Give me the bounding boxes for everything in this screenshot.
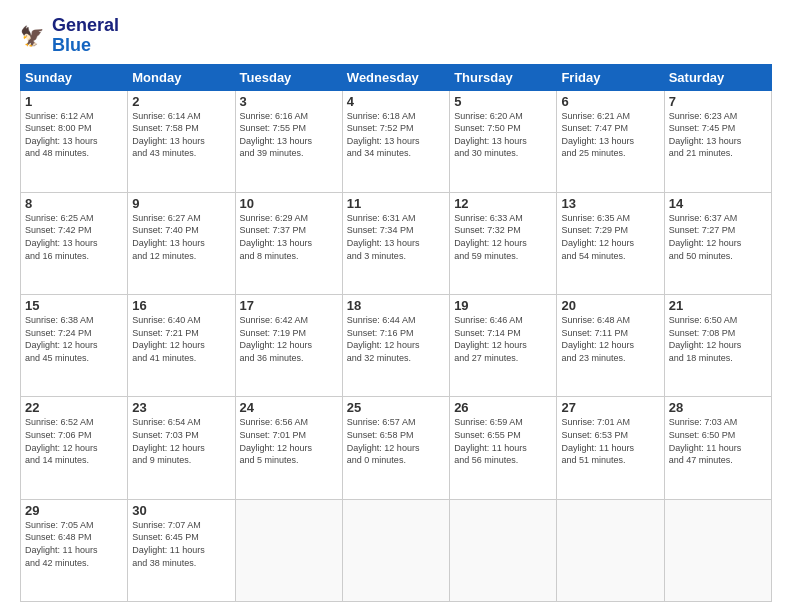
day-number: 18	[347, 298, 445, 313]
calendar-cell: 22Sunrise: 6:52 AM Sunset: 7:06 PM Dayli…	[21, 397, 128, 499]
day-number: 13	[561, 196, 659, 211]
calendar-week-4: 22Sunrise: 6:52 AM Sunset: 7:06 PM Dayli…	[21, 397, 772, 499]
calendar-cell: 17Sunrise: 6:42 AM Sunset: 7:19 PM Dayli…	[235, 295, 342, 397]
day-number: 15	[25, 298, 123, 313]
day-detail: Sunrise: 6:14 AM Sunset: 7:58 PM Dayligh…	[132, 110, 230, 160]
day-detail: Sunrise: 6:44 AM Sunset: 7:16 PM Dayligh…	[347, 314, 445, 364]
calendar-cell: 2Sunrise: 6:14 AM Sunset: 7:58 PM Daylig…	[128, 90, 235, 192]
calendar-cell	[342, 499, 449, 601]
day-number: 12	[454, 196, 552, 211]
day-number: 4	[347, 94, 445, 109]
calendar-cell: 25Sunrise: 6:57 AM Sunset: 6:58 PM Dayli…	[342, 397, 449, 499]
calendar-cell: 5Sunrise: 6:20 AM Sunset: 7:50 PM Daylig…	[450, 90, 557, 192]
calendar-cell: 16Sunrise: 6:40 AM Sunset: 7:21 PM Dayli…	[128, 295, 235, 397]
calendar-cell: 21Sunrise: 6:50 AM Sunset: 7:08 PM Dayli…	[664, 295, 771, 397]
day-number: 29	[25, 503, 123, 518]
calendar-cell: 19Sunrise: 6:46 AM Sunset: 7:14 PM Dayli…	[450, 295, 557, 397]
calendar-cell: 28Sunrise: 7:03 AM Sunset: 6:50 PM Dayli…	[664, 397, 771, 499]
day-number: 10	[240, 196, 338, 211]
day-number: 25	[347, 400, 445, 415]
day-number: 30	[132, 503, 230, 518]
col-header-monday: Monday	[128, 64, 235, 90]
day-detail: Sunrise: 6:33 AM Sunset: 7:32 PM Dayligh…	[454, 212, 552, 262]
day-detail: Sunrise: 6:16 AM Sunset: 7:55 PM Dayligh…	[240, 110, 338, 160]
calendar-cell: 4Sunrise: 6:18 AM Sunset: 7:52 PM Daylig…	[342, 90, 449, 192]
calendar-cell: 30Sunrise: 7:07 AM Sunset: 6:45 PM Dayli…	[128, 499, 235, 601]
calendar-cell: 18Sunrise: 6:44 AM Sunset: 7:16 PM Dayli…	[342, 295, 449, 397]
day-number: 14	[669, 196, 767, 211]
svg-text:🦅: 🦅	[20, 24, 45, 48]
day-number: 2	[132, 94, 230, 109]
day-number: 7	[669, 94, 767, 109]
day-detail: Sunrise: 6:27 AM Sunset: 7:40 PM Dayligh…	[132, 212, 230, 262]
calendar-cell: 9Sunrise: 6:27 AM Sunset: 7:40 PM Daylig…	[128, 192, 235, 294]
header-row: SundayMondayTuesdayWednesdayThursdayFrid…	[21, 64, 772, 90]
day-detail: Sunrise: 6:21 AM Sunset: 7:47 PM Dayligh…	[561, 110, 659, 160]
logo: 🦅 GeneralBlue	[20, 16, 119, 56]
day-detail: Sunrise: 6:25 AM Sunset: 7:42 PM Dayligh…	[25, 212, 123, 262]
calendar-cell: 13Sunrise: 6:35 AM Sunset: 7:29 PM Dayli…	[557, 192, 664, 294]
day-detail: Sunrise: 7:05 AM Sunset: 6:48 PM Dayligh…	[25, 519, 123, 569]
col-header-thursday: Thursday	[450, 64, 557, 90]
calendar-cell: 7Sunrise: 6:23 AM Sunset: 7:45 PM Daylig…	[664, 90, 771, 192]
day-detail: Sunrise: 6:56 AM Sunset: 7:01 PM Dayligh…	[240, 416, 338, 466]
logo-icon: 🦅	[20, 22, 48, 50]
day-detail: Sunrise: 6:57 AM Sunset: 6:58 PM Dayligh…	[347, 416, 445, 466]
day-number: 19	[454, 298, 552, 313]
day-detail: Sunrise: 6:18 AM Sunset: 7:52 PM Dayligh…	[347, 110, 445, 160]
calendar-cell: 3Sunrise: 6:16 AM Sunset: 7:55 PM Daylig…	[235, 90, 342, 192]
day-number: 20	[561, 298, 659, 313]
calendar-cell: 29Sunrise: 7:05 AM Sunset: 6:48 PM Dayli…	[21, 499, 128, 601]
day-number: 22	[25, 400, 123, 415]
day-number: 6	[561, 94, 659, 109]
day-number: 9	[132, 196, 230, 211]
day-number: 26	[454, 400, 552, 415]
col-header-wednesday: Wednesday	[342, 64, 449, 90]
header: 🦅 GeneralBlue	[20, 16, 772, 56]
calendar-cell: 12Sunrise: 6:33 AM Sunset: 7:32 PM Dayli…	[450, 192, 557, 294]
calendar-cell: 6Sunrise: 6:21 AM Sunset: 7:47 PM Daylig…	[557, 90, 664, 192]
calendar-week-3: 15Sunrise: 6:38 AM Sunset: 7:24 PM Dayli…	[21, 295, 772, 397]
calendar-cell	[450, 499, 557, 601]
calendar-cell: 26Sunrise: 6:59 AM Sunset: 6:55 PM Dayli…	[450, 397, 557, 499]
calendar-table: SundayMondayTuesdayWednesdayThursdayFrid…	[20, 64, 772, 602]
col-header-saturday: Saturday	[664, 64, 771, 90]
day-number: 17	[240, 298, 338, 313]
day-detail: Sunrise: 7:01 AM Sunset: 6:53 PM Dayligh…	[561, 416, 659, 466]
calendar-cell: 8Sunrise: 6:25 AM Sunset: 7:42 PM Daylig…	[21, 192, 128, 294]
day-detail: Sunrise: 6:29 AM Sunset: 7:37 PM Dayligh…	[240, 212, 338, 262]
day-detail: Sunrise: 6:46 AM Sunset: 7:14 PM Dayligh…	[454, 314, 552, 364]
day-detail: Sunrise: 7:07 AM Sunset: 6:45 PM Dayligh…	[132, 519, 230, 569]
calendar-cell	[664, 499, 771, 601]
day-detail: Sunrise: 6:52 AM Sunset: 7:06 PM Dayligh…	[25, 416, 123, 466]
day-detail: Sunrise: 6:42 AM Sunset: 7:19 PM Dayligh…	[240, 314, 338, 364]
day-detail: Sunrise: 6:38 AM Sunset: 7:24 PM Dayligh…	[25, 314, 123, 364]
calendar-cell	[557, 499, 664, 601]
calendar-cell: 15Sunrise: 6:38 AM Sunset: 7:24 PM Dayli…	[21, 295, 128, 397]
day-detail: Sunrise: 6:12 AM Sunset: 8:00 PM Dayligh…	[25, 110, 123, 160]
calendar-cell	[235, 499, 342, 601]
day-detail: Sunrise: 6:31 AM Sunset: 7:34 PM Dayligh…	[347, 212, 445, 262]
calendar-page: 🦅 GeneralBlue SundayMondayTuesdayWednesd…	[0, 0, 792, 612]
day-detail: Sunrise: 6:59 AM Sunset: 6:55 PM Dayligh…	[454, 416, 552, 466]
day-detail: Sunrise: 6:23 AM Sunset: 7:45 PM Dayligh…	[669, 110, 767, 160]
calendar-cell: 11Sunrise: 6:31 AM Sunset: 7:34 PM Dayli…	[342, 192, 449, 294]
calendar-week-2: 8Sunrise: 6:25 AM Sunset: 7:42 PM Daylig…	[21, 192, 772, 294]
day-detail: Sunrise: 6:35 AM Sunset: 7:29 PM Dayligh…	[561, 212, 659, 262]
calendar-cell: 23Sunrise: 6:54 AM Sunset: 7:03 PM Dayli…	[128, 397, 235, 499]
calendar-week-5: 29Sunrise: 7:05 AM Sunset: 6:48 PM Dayli…	[21, 499, 772, 601]
calendar-cell: 20Sunrise: 6:48 AM Sunset: 7:11 PM Dayli…	[557, 295, 664, 397]
day-number: 24	[240, 400, 338, 415]
logo-text: GeneralBlue	[52, 16, 119, 56]
day-number: 11	[347, 196, 445, 211]
day-number: 3	[240, 94, 338, 109]
calendar-cell: 24Sunrise: 6:56 AM Sunset: 7:01 PM Dayli…	[235, 397, 342, 499]
day-number: 27	[561, 400, 659, 415]
day-number: 23	[132, 400, 230, 415]
day-number: 8	[25, 196, 123, 211]
calendar-week-1: 1Sunrise: 6:12 AM Sunset: 8:00 PM Daylig…	[21, 90, 772, 192]
calendar-cell: 10Sunrise: 6:29 AM Sunset: 7:37 PM Dayli…	[235, 192, 342, 294]
day-detail: Sunrise: 6:54 AM Sunset: 7:03 PM Dayligh…	[132, 416, 230, 466]
calendar-cell: 14Sunrise: 6:37 AM Sunset: 7:27 PM Dayli…	[664, 192, 771, 294]
day-number: 1	[25, 94, 123, 109]
